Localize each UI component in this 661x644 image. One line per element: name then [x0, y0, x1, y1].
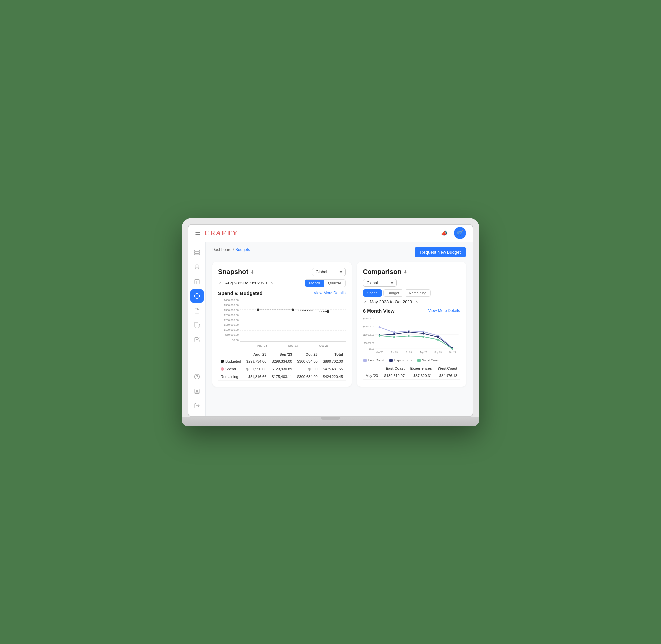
budget-line-svg: [240, 299, 346, 341]
comp-col-east: East Coast: [381, 365, 407, 372]
spend-aug: $351,550.66: [244, 365, 269, 373]
quarter-toggle-btn[interactable]: Quarter: [324, 279, 345, 287]
svg-text:$150,000.00: $150,000.00: [363, 325, 374, 328]
breadcrumb-home[interactable]: Dashboard: [212, 248, 232, 252]
budgeted-aug: $299,734.00: [244, 358, 269, 365]
line-chart-svg: $200,000.00 $150,000.00 $100,000.00 $50,…: [363, 316, 460, 356]
month-toggle-btn[interactable]: Month: [305, 279, 324, 287]
snapshot-prev-btn[interactable]: ‹: [218, 280, 223, 286]
hamburger-icon[interactable]: ☰: [195, 229, 200, 236]
svg-line-20: [293, 309, 327, 311]
topnav: ☰ CRAFTY 📣 🛒: [188, 225, 473, 242]
budgeted-label: Budgeted: [218, 358, 244, 365]
svg-text:May '23: May '23: [376, 351, 383, 353]
comp-may-exp: $87,320.31: [407, 372, 435, 379]
comparison-panel: Comparison ⬇ Global East Coast West Coas…: [357, 262, 466, 387]
comparison-download-icon[interactable]: ⬇: [403, 269, 407, 274]
snapshot-download-icon[interactable]: ⬇: [250, 269, 254, 275]
comparison-global-select[interactable]: Global East Coast West Coast: [363, 279, 396, 287]
legend-dot-experiences: [389, 359, 393, 363]
announcement-button[interactable]: 📣: [438, 227, 450, 239]
comparison-prev-btn[interactable]: ‹: [363, 299, 367, 305]
legend-dot-west-coast: [417, 359, 421, 363]
comparison-next-btn[interactable]: ›: [415, 299, 419, 305]
bar-aug-label: Aug '23: [257, 344, 267, 347]
table-row-spend: Spend $351,550.66 $123,930.89 $0.00 $475…: [218, 365, 346, 373]
snapshot-chart-header: Spend v. Budgeted View More Details: [218, 291, 346, 296]
comparison-view-more[interactable]: View More Details: [428, 308, 460, 313]
table-row-remaining: Remaining -$51,816.66 $175,403.11 $300,6…: [218, 373, 346, 380]
comp-row-may: May '23 $139,519.07 $87,320.31 $84,976.1…: [363, 372, 460, 379]
remaining-aug: -$51,816.66: [244, 373, 269, 380]
sidebar-item-storage[interactable]: [190, 246, 204, 259]
legend-label-west-coast: West Coast: [423, 359, 439, 362]
comparison-table: East Coast Experiences West Coast May '2…: [363, 365, 460, 380]
panels-row: Snapshot ⬇ Global East Coast West Coast: [212, 262, 466, 387]
table-col-oct: Oct '23: [295, 351, 320, 358]
breadcrumb-separator: /: [233, 248, 234, 252]
comparison-line-chart: $200,000.00 $150,000.00 $100,000.00 $50,…: [363, 316, 460, 356]
svg-text:Aug '23: Aug '23: [420, 351, 427, 353]
table-col-sep: Sep '23: [269, 351, 295, 358]
svg-point-12: [195, 326, 196, 327]
budgeted-dot: [221, 360, 224, 363]
snapshot-view-more[interactable]: View More Details: [314, 291, 345, 295]
svg-rect-10: [194, 323, 198, 326]
svg-point-22: [292, 308, 294, 311]
budgeted-total: $899,702.00: [320, 358, 346, 365]
sidebar-item-budget[interactable]: [190, 290, 204, 303]
svg-text:$200,000.00: $200,000.00: [363, 317, 374, 320]
snapshot-panel: Snapshot ⬇ Global East Coast West Coast: [212, 262, 352, 387]
main-content: Dashboard / Budgets Request New Budget S…: [206, 242, 473, 416]
svg-text:Jun '23: Jun '23: [391, 351, 397, 353]
legend-experiences: Experiences: [389, 359, 412, 363]
request-new-budget-button[interactable]: Request New Budget: [415, 247, 466, 257]
legend-label-experiences: Experiences: [394, 359, 412, 362]
spend-oct: $0.00: [295, 365, 320, 373]
bar-oct-label: Oct '23: [319, 344, 328, 347]
sidebar-item-logout[interactable]: [190, 399, 204, 412]
sidebar-item-documents[interactable]: [190, 304, 204, 317]
snapshot-global-select[interactable]: Global East Coast West Coast: [312, 268, 346, 276]
budgeted-sep: $299,334.00: [269, 358, 295, 365]
sidebar-item-reports[interactable]: [190, 275, 204, 288]
svg-rect-4: [195, 279, 199, 284]
sidebar-item-food[interactable]: [190, 260, 204, 274]
breadcrumb-current[interactable]: Budgets: [235, 248, 250, 252]
svg-point-52: [379, 335, 381, 337]
spend-budgeted-chart: $400,000.00 $350,000.00 $300,000.00 $250…: [218, 299, 346, 348]
spend-total: $475,481.55: [320, 365, 346, 373]
comparison-date-nav: ‹ May 2023 to Oct 2023 ›: [363, 299, 460, 305]
svg-marker-11: [198, 324, 200, 326]
svg-point-50: [437, 336, 439, 338]
remaining-oct: $300,634.00: [295, 373, 320, 380]
snapshot-next-btn[interactable]: ›: [270, 280, 274, 286]
sidebar-item-delivery[interactable]: [190, 319, 204, 332]
comparison-filter-tabs: Spend Budget Remaining: [363, 290, 460, 297]
comp-col-month: [363, 365, 381, 372]
bar-sep-label: Sep '23: [288, 344, 298, 347]
filter-tab-budget[interactable]: Budget: [383, 290, 404, 297]
cart-button[interactable]: 🛒: [454, 227, 466, 239]
snapshot-period-toggle: Month Quarter: [305, 279, 346, 287]
spend-dot: [221, 367, 224, 371]
sidebar-item-profile[interactable]: [190, 385, 204, 398]
snapshot-data-table: Aug '23 Sep '23 Oct '23 Total: [218, 351, 346, 381]
remaining-sep: $175,403.11: [269, 373, 295, 380]
app-logo: CRAFTY: [204, 229, 438, 237]
comparison-select-row: Global East Coast West Coast: [363, 279, 460, 287]
svg-rect-2: [194, 253, 199, 255]
svg-point-56: [437, 338, 439, 341]
legend-west-coast: West Coast: [417, 359, 439, 363]
legend-label-east-coast: East Coast: [368, 359, 384, 362]
snapshot-title: Snapshot ⬇: [218, 268, 254, 276]
remaining-label: Remaining: [218, 373, 244, 380]
comp-may-east: $139,519.07: [381, 372, 407, 379]
sidebar-item-tasks[interactable]: [190, 333, 204, 346]
svg-point-54: [408, 335, 410, 337]
svg-text:Oct '23: Oct '23: [449, 351, 456, 353]
filter-tab-remaining[interactable]: Remaining: [405, 290, 431, 297]
filter-tab-spend[interactable]: Spend: [363, 290, 382, 297]
svg-point-21: [257, 308, 259, 311]
sidebar-item-help[interactable]: [190, 370, 204, 383]
